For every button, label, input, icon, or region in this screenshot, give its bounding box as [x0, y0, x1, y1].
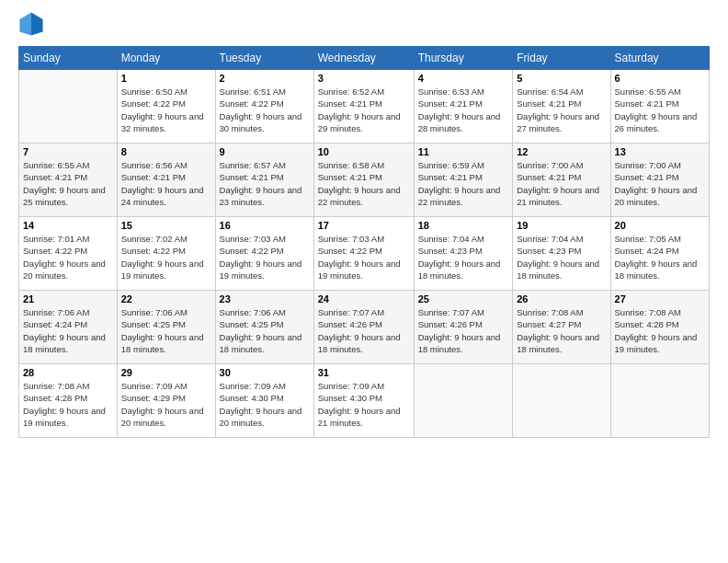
day-number: 9 [220, 146, 310, 157]
logo-icon [18, 11, 44, 37]
header [18, 15, 710, 37]
sunrise-text: Sunrise: 6:53 AM [418, 86, 484, 97]
sunrise-text: Sunrise: 7:08 AM [23, 381, 89, 391]
day-number: 27 [615, 293, 705, 304]
sunset-text: Sunset: 4:22 PM [121, 98, 186, 109]
day-info: Sunrise: 6:57 AM Sunset: 4:21 PM Dayligh… [220, 159, 310, 208]
calendar-cell: 20 Sunrise: 7:05 AM Sunset: 4:24 PM Dayl… [610, 217, 709, 291]
day-info: Sunrise: 7:08 AM Sunset: 4:28 PM Dayligh… [23, 380, 113, 429]
day-info: Sunrise: 7:05 AM Sunset: 4:24 PM Dayligh… [615, 233, 705, 282]
week-row-4: 21 Sunrise: 7:06 AM Sunset: 4:24 PM Dayl… [19, 291, 710, 364]
calendar-page: SundayMondayTuesdayWednesdayThursdayFrid… [0, 0, 728, 563]
day-header-saturday: Saturday [610, 47, 709, 70]
day-info: Sunrise: 6:54 AM Sunset: 4:21 PM Dayligh… [517, 86, 606, 134]
day-info: Sunrise: 7:09 AM Sunset: 4:30 PM Dayligh… [318, 380, 410, 429]
sunrise-text: Sunrise: 7:00 AM [517, 160, 583, 170]
svg-marker-2 [19, 12, 31, 35]
day-number: 5 [517, 73, 606, 84]
calendar-cell: 19 Sunrise: 7:04 AM Sunset: 4:23 PM Dayl… [513, 217, 610, 291]
day-number: 28 [23, 367, 113, 378]
calendar-cell: 27 Sunrise: 7:08 AM Sunset: 4:28 PM Dayl… [610, 291, 709, 364]
calendar-table: SundayMondayTuesdayWednesdayThursdayFrid… [18, 46, 710, 438]
day-number: 15 [121, 220, 211, 231]
day-number: 3 [318, 73, 410, 84]
calendar-cell: 10 Sunrise: 6:58 AM Sunset: 4:21 PM Dayl… [313, 144, 414, 217]
calendar-cell [19, 70, 118, 144]
day-info: Sunrise: 6:50 AM Sunset: 4:22 PM Dayligh… [121, 86, 211, 134]
calendar-cell: 7 Sunrise: 6:55 AM Sunset: 4:21 PM Dayli… [19, 144, 118, 217]
day-number: 13 [615, 146, 705, 157]
calendar-cell: 18 Sunrise: 7:04 AM Sunset: 4:23 PM Dayl… [414, 217, 513, 291]
sunrise-text: Sunrise: 6:57 AM [220, 160, 286, 170]
week-row-3: 14 Sunrise: 7:01 AM Sunset: 4:22 PM Dayl… [19, 217, 710, 291]
sunrise-text: Sunrise: 6:55 AM [23, 160, 89, 170]
daylight-text: Daylight: 9 hours and 19 minutes. [615, 332, 698, 354]
day-info: Sunrise: 6:51 AM Sunset: 4:22 PM Dayligh… [220, 86, 310, 134]
daylight-text: Daylight: 9 hours and 21 minutes. [318, 406, 401, 428]
calendar-cell: 15 Sunrise: 7:02 AM Sunset: 4:22 PM Dayl… [117, 217, 215, 291]
daylight-text: Daylight: 9 hours and 28 minutes. [418, 111, 501, 133]
sunset-text: Sunset: 4:21 PM [318, 98, 382, 109]
day-number: 29 [121, 367, 211, 378]
sunset-text: Sunset: 4:25 PM [220, 319, 284, 329]
sunset-text: Sunset: 4:22 PM [121, 246, 186, 256]
day-info: Sunrise: 7:03 AM Sunset: 4:22 PM Dayligh… [220, 233, 310, 282]
daylight-text: Daylight: 9 hours and 21 minutes. [517, 185, 599, 207]
daylight-text: Daylight: 9 hours and 18 minutes. [121, 332, 204, 354]
day-number: 1 [121, 73, 211, 84]
day-header-thursday: Thursday [414, 47, 513, 70]
daylight-text: Daylight: 9 hours and 26 minutes. [615, 111, 698, 133]
sunset-text: Sunset: 4:22 PM [220, 98, 284, 109]
sunrise-text: Sunrise: 7:06 AM [220, 307, 286, 317]
calendar-cell [513, 364, 610, 438]
daylight-text: Daylight: 9 hours and 19 minutes. [318, 259, 401, 281]
sunset-text: Sunset: 4:21 PM [418, 172, 483, 182]
sunset-text: Sunset: 4:21 PM [418, 98, 483, 109]
sunset-text: Sunset: 4:27 PM [517, 319, 581, 329]
calendar-cell [414, 364, 513, 438]
calendar-cell: 16 Sunrise: 7:03 AM Sunset: 4:22 PM Dayl… [215, 217, 313, 291]
sunset-text: Sunset: 4:21 PM [318, 172, 382, 182]
sunrise-text: Sunrise: 7:00 AM [615, 160, 681, 170]
calendar-cell: 14 Sunrise: 7:01 AM Sunset: 4:22 PM Dayl… [19, 217, 118, 291]
sunrise-text: Sunrise: 7:09 AM [121, 381, 188, 391]
sunset-text: Sunset: 4:30 PM [318, 393, 382, 403]
sunset-text: Sunset: 4:21 PM [615, 172, 679, 182]
day-info: Sunrise: 7:07 AM Sunset: 4:26 PM Dayligh… [418, 306, 509, 355]
calendar-cell: 5 Sunrise: 6:54 AM Sunset: 4:21 PM Dayli… [513, 70, 610, 144]
calendar-cell: 4 Sunrise: 6:53 AM Sunset: 4:21 PM Dayli… [414, 70, 513, 144]
day-number: 24 [318, 293, 410, 304]
calendar-cell [610, 364, 709, 438]
calendar-cell: 22 Sunrise: 7:06 AM Sunset: 4:25 PM Dayl… [117, 291, 215, 364]
svg-marker-1 [31, 12, 43, 35]
sunrise-text: Sunrise: 6:55 AM [615, 86, 681, 97]
calendar-cell: 8 Sunrise: 6:56 AM Sunset: 4:21 PM Dayli… [117, 144, 215, 217]
daylight-text: Daylight: 9 hours and 19 minutes. [23, 406, 106, 428]
week-row-5: 28 Sunrise: 7:08 AM Sunset: 4:28 PM Dayl… [19, 364, 710, 438]
sunset-text: Sunset: 4:28 PM [615, 319, 679, 329]
day-number: 6 [615, 73, 705, 84]
sunset-text: Sunset: 4:21 PM [220, 172, 284, 182]
calendar-cell: 23 Sunrise: 7:06 AM Sunset: 4:25 PM Dayl… [215, 291, 313, 364]
day-info: Sunrise: 7:06 AM Sunset: 4:24 PM Dayligh… [23, 306, 113, 355]
sunrise-text: Sunrise: 7:03 AM [318, 234, 384, 244]
calendar-cell: 17 Sunrise: 7:03 AM Sunset: 4:22 PM Dayl… [313, 217, 414, 291]
sunrise-text: Sunrise: 6:56 AM [121, 160, 188, 170]
sunset-text: Sunset: 4:26 PM [318, 319, 382, 329]
daylight-text: Daylight: 9 hours and 18 minutes. [418, 332, 501, 354]
daylight-text: Daylight: 9 hours and 24 minutes. [121, 185, 204, 207]
calendar-cell: 25 Sunrise: 7:07 AM Sunset: 4:26 PM Dayl… [414, 291, 513, 364]
day-number: 17 [318, 220, 410, 231]
sunrise-text: Sunrise: 7:07 AM [418, 307, 484, 317]
day-info: Sunrise: 7:04 AM Sunset: 4:23 PM Dayligh… [418, 233, 509, 282]
sunrise-text: Sunrise: 7:01 AM [23, 234, 89, 244]
sunrise-text: Sunrise: 7:07 AM [318, 307, 384, 317]
sunset-text: Sunset: 4:24 PM [23, 319, 87, 329]
sunset-text: Sunset: 4:22 PM [318, 246, 382, 256]
daylight-text: Daylight: 9 hours and 23 minutes. [220, 185, 302, 207]
calendar-cell: 1 Sunrise: 6:50 AM Sunset: 4:22 PM Dayli… [117, 70, 215, 144]
sunset-text: Sunset: 4:25 PM [121, 319, 186, 329]
daylight-text: Daylight: 9 hours and 18 minutes. [517, 259, 599, 281]
daylight-text: Daylight: 9 hours and 20 minutes. [615, 185, 698, 207]
week-row-2: 7 Sunrise: 6:55 AM Sunset: 4:21 PM Dayli… [19, 144, 710, 217]
